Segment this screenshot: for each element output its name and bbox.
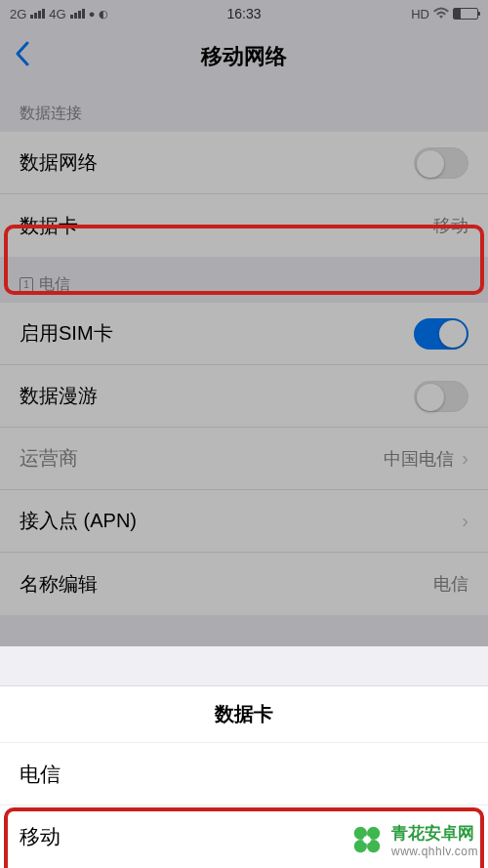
network-2g-label: 2G [10, 7, 26, 21]
chevron-right-icon: › [462, 447, 468, 470]
status-bar: 2G 4G ● ◐ 16:33 HD [0, 0, 488, 27]
row-value: 移动 [433, 214, 468, 237]
status-time: 16:33 [226, 6, 261, 21]
svg-point-4 [363, 836, 371, 844]
row-value: 电信 [433, 572, 468, 596]
row-data-card[interactable]: 数据卡 移动 [0, 194, 488, 257]
section-label-data-connection: 数据连接 [0, 86, 488, 132]
signal-bars-2-icon [70, 9, 85, 19]
chevron-right-icon: › [462, 510, 468, 532]
back-button[interactable] [15, 41, 30, 73]
row-label: 接入点 (APN) [20, 508, 137, 534]
row-label: 启用SIM卡 [20, 320, 113, 347]
status-left: 2G 4G ● ◐ [10, 7, 108, 21]
row-name-edit[interactable]: 名称编辑 电信 [0, 553, 488, 615]
sheet-option-label: 移动 [20, 823, 61, 850]
watermark: 青花安卓网 www.qhhlv.com [348, 821, 478, 858]
section-label-sim: 1 电信 [0, 257, 488, 303]
page-header: 移动网络 [0, 27, 488, 86]
row-label: 数据网络 [20, 149, 98, 176]
status-dot-icon: ● [89, 8, 96, 20]
list-sim: 启用SIM卡 数据漫游 运营商 中国电信 › 接入点 (APN) › 名称编辑 … [0, 303, 488, 615]
wifi-icon [433, 7, 449, 21]
signal-bars-1-icon [30, 9, 45, 19]
page-title: 移动网络 [201, 42, 287, 71]
row-label: 数据卡 [20, 213, 78, 239]
watermark-logo-icon [348, 821, 386, 858]
sheet-option-label: 电信 [20, 761, 61, 788]
toggle-enable-sim[interactable] [414, 318, 468, 350]
row-value: 中国电信 [384, 447, 454, 471]
watermark-title: 青花安卓网 [391, 822, 478, 845]
toggle-roaming[interactable] [414, 381, 468, 412]
watermark-url: www.qhhlv.com [391, 845, 478, 858]
row-label: 名称编辑 [20, 571, 98, 598]
sim-label: 电信 [39, 274, 70, 295]
row-carrier[interactable]: 运营商 中国电信 › [0, 428, 488, 490]
row-label: 数据漫游 [20, 383, 98, 409]
list-data-connection: 数据网络 数据卡 移动 [0, 132, 488, 257]
status-moon-icon: ◐ [99, 8, 108, 21]
row-roaming[interactable]: 数据漫游 [0, 365, 488, 428]
toggle-data-network[interactable] [414, 147, 468, 179]
network-4g-label: 4G [49, 7, 65, 21]
row-label: 运营商 [20, 445, 78, 472]
row-enable-sim[interactable]: 启用SIM卡 [0, 303, 488, 365]
sheet-title: 数据卡 [0, 686, 488, 743]
battery-icon [453, 8, 478, 20]
row-data-network[interactable]: 数据网络 [0, 132, 488, 194]
hd-label: HD [411, 7, 429, 21]
status-right: HD [411, 7, 478, 21]
sim-slot-icon: 1 [20, 277, 33, 293]
sheet-option-telecom[interactable]: 电信 [0, 743, 488, 806]
row-apn[interactable]: 接入点 (APN) › [0, 490, 488, 553]
